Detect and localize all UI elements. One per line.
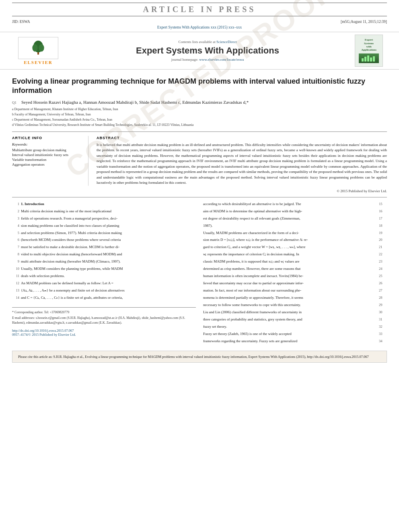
- sciencedirect-link[interactable]: ScienceDirect: [216, 40, 237, 44]
- article-title: Evolving a linear programming technique …: [12, 77, 387, 96]
- citation-box: Please cite this article as: S.H.R. Haji…: [12, 351, 387, 363]
- rnum-25: 25: [379, 273, 387, 279]
- affiliation-2: b Faculty of Management, University of T…: [12, 112, 387, 117]
- body-columns: 1 1. Introduction 2 Multi criteria decis…: [12, 201, 387, 346]
- rnum-15: 15: [379, 201, 387, 207]
- rtext-28: nomena is determined partially or approx…: [203, 296, 303, 300]
- right-line-25: human information is often incomplete an…: [203, 273, 387, 279]
- rtext-32: fuzzy set theory.: [203, 325, 227, 329]
- svg-point-2: [32, 44, 37, 52]
- svg-rect-7: [370, 58, 372, 62]
- lnum-6: 6: [12, 237, 19, 242]
- lnum-5: 5: [12, 230, 19, 236]
- rnum-33: 33: [379, 331, 387, 337]
- left-line-8: 8 vided to multi objective decision maki…: [12, 252, 196, 257]
- keywords-label: Keywords:: [12, 142, 83, 146]
- lnum-14: 14: [12, 295, 19, 300]
- rtext-24: determined as crisp numbers. However, th…: [203, 267, 300, 271]
- issn-text: 0957–4174/© 2015 Published by Elsevier L…: [12, 333, 76, 337]
- lnum-11: 11: [12, 273, 19, 279]
- article-info-heading: ARTICLE INFO: [12, 136, 83, 140]
- rtext-26: lieved that uncertainty may occur due to…: [203, 281, 304, 285]
- journal-title: Expert Systems With Applications: [64, 45, 351, 56]
- lnum-13: 13: [12, 288, 19, 293]
- main-content: Evolving a linear programming technique …: [0, 77, 399, 363]
- header-area: ELSEVIER Contents lists available at Sci…: [0, 32, 399, 70]
- info-abstract-section: ARTICLE INFO Keywords: Multiattribute gr…: [12, 136, 387, 186]
- left-line-5: 5 and selection problems (Simon, 1977). …: [12, 230, 196, 236]
- affiliation-4: d Vilnius Gediminas Technical University…: [12, 123, 387, 127]
- right-line-29: necessary to follow some frameworks to c…: [203, 302, 387, 308]
- lnum-3: 3: [12, 216, 19, 221]
- doi-area: http://dx.doi.org/10.1016/j.eswa.2015.07…: [12, 329, 196, 337]
- rnum-27: 27: [379, 288, 387, 293]
- rnum-29: 29: [379, 302, 387, 308]
- keyword-4: Aggregation operators: [12, 162, 83, 166]
- right-line-19: Usually, MADM problems are characterized…: [203, 230, 387, 236]
- affiliation-list: a Department of Management, Khatam Insti…: [12, 107, 387, 127]
- rnum-19: 19: [379, 230, 387, 236]
- right-line-20: sion matrix D = [x₍ᵢⱼ₎], where x₍ᵢⱼ₎ is …: [203, 237, 387, 243]
- rnum-34: 34: [379, 339, 387, 344]
- elsevier-logo-box: [18, 37, 58, 59]
- doi-link[interactable]: http://dx.doi.org/10.1016/j.eswa.2015.07…: [12, 329, 74, 333]
- left-line-4: 4 sion making problems can be classified…: [12, 223, 196, 229]
- rtext-17: est degree of desirability respect to al…: [203, 216, 300, 220]
- right-col-content: according to which desirabilityof an alt…: [203, 201, 387, 344]
- ltext-8: vided to multi objective decision making…: [21, 252, 122, 256]
- page-wrapper: CORRECTED PROOF ARTICLE IN PRESS JID: ES…: [0, 2, 399, 363]
- left-line-14: 14 and C = {C₁, C₂, . . . , Cₙ} is a fin…: [12, 295, 196, 301]
- homepage-link-row: journal homepage: www.elsevier.com/locat…: [64, 58, 351, 62]
- rtext-30: Liu and Lin (2006) classified different …: [203, 310, 302, 314]
- authors-text: Seyed Hossein Razavi Hajiagha a, Hannan …: [21, 100, 249, 105]
- article-in-press-banner: ARTICLE IN PRESS: [12, 2, 387, 16]
- journal-link[interactable]: Expert Systems With Applications xxx (20…: [157, 25, 242, 29]
- affiliation-3: c Department of Management, Soroumadan A…: [12, 117, 387, 122]
- svg-rect-5: [364, 57, 366, 62]
- left-column: 1 1. Introduction 2 Multi criteria decis…: [12, 201, 196, 346]
- rnum-30: 30: [379, 310, 387, 315]
- rtext-16: aim of MADM is to determine the optimal …: [203, 209, 302, 213]
- abstract-text: It is believed that multi attribute deci…: [97, 142, 387, 186]
- line-num-1: 1: [12, 201, 19, 207]
- right-line-32: fuzzy set theory. 32: [203, 324, 387, 330]
- right-line-30: Liu and Lin (2006) classified different …: [203, 310, 387, 315]
- homepage-url[interactable]: www.elsevier.com/locate/eswa: [199, 58, 244, 62]
- rtext-25: human information is often incomplete an…: [203, 274, 303, 278]
- rnum-17: 17: [379, 216, 387, 221]
- rnum-26: 26: [379, 281, 387, 286]
- jid-left: JID: ESWA: [12, 20, 30, 24]
- keyword-1: Multiattribute group decision making: [12, 148, 83, 152]
- authors-line: Q1 Seyed Hossein Razavi Hajiagha a, Hann…: [12, 100, 387, 105]
- q1-marker: Q1: [12, 101, 16, 105]
- right-line-18: 1987). 18: [203, 223, 387, 229]
- rtext-27: mation. In fact, most of our information…: [203, 288, 301, 292]
- rnum-22: 22: [379, 252, 387, 257]
- rtext-21: gard to criterion Cⱼ, and a weight vecto…: [203, 245, 305, 249]
- rtext-31: three categories of probability and stat…: [203, 317, 302, 321]
- svg-rect-8: [373, 56, 375, 62]
- lnum-4: 4: [12, 223, 19, 228]
- right-line-16: aim of MADM is to determine the optimal …: [203, 209, 387, 214]
- elsevier-tree-icon: [30, 40, 46, 56]
- ltext-11: deals with selection problems.: [21, 274, 65, 278]
- ltext-4: sion making problems can be classified i…: [21, 224, 119, 228]
- rtext-34: frameworks regarding the uncertainty. Fu…: [203, 339, 297, 343]
- left-line-3: 3 fields of operations research. From a …: [12, 216, 196, 222]
- rnum-21: 21: [379, 244, 387, 250]
- section1-heading-line: 1 1. Introduction: [12, 201, 196, 207]
- lnum-10: 10: [12, 266, 19, 271]
- right-line-23: classic MADM problems, it is supposed th…: [203, 259, 387, 265]
- ltext-13: {A₁, A₂, . . . , Aₘ} be a nonempty and f…: [21, 288, 125, 292]
- rnum-24: 24: [379, 266, 387, 271]
- divider-1: [12, 131, 387, 132]
- right-line-26: lieved that uncertainty may occur due to…: [203, 281, 387, 286]
- rtext-29: necessary to follow some frameworks to c…: [203, 303, 301, 307]
- rtext-18: 1987).: [203, 224, 212, 228]
- ltext-9: multi attribute decision making (hereaft…: [21, 259, 121, 263]
- rtext-19: Usually, MADM problems are characterized…: [203, 231, 299, 235]
- right-line-17: est degree of desirability respect to al…: [203, 216, 387, 222]
- footnote-area: * Corresponding author. Tel: +3706982077…: [12, 307, 196, 325]
- cover-title: ExpertSystemswithApplications: [361, 38, 376, 52]
- jid-right: [m5G;August 11, 2015;12:39]: [341, 20, 387, 24]
